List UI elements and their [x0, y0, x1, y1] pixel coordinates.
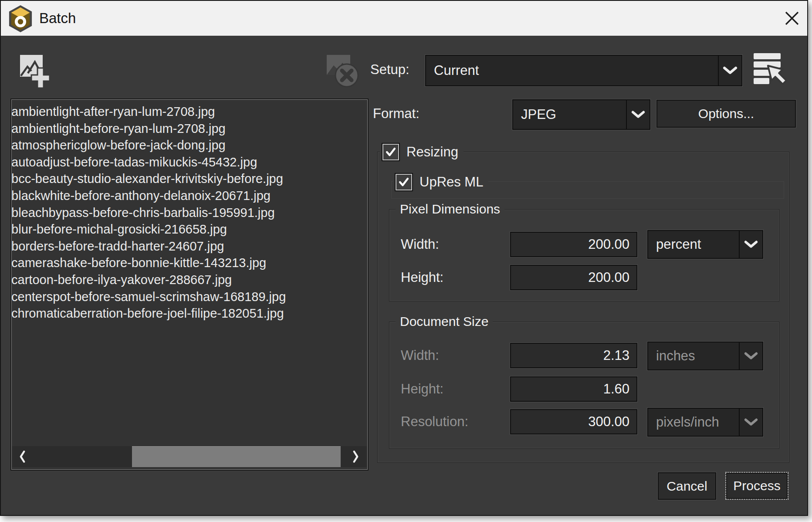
- list-item[interactable]: /autoadjust-before-tadas-mikuckis-45432.…: [11, 154, 367, 171]
- list-item[interactable]: /bcc-beauty-studio-alexander-krivitskiy-…: [11, 170, 367, 187]
- ds-resolution-label: Resolution:: [401, 409, 468, 434]
- chevron-down-icon: [739, 409, 762, 436]
- resizing-checkbox[interactable]: [382, 143, 400, 161]
- scroll-left-icon[interactable]: [15, 449, 30, 464]
- list-item[interactable]: /blackwhite-before-anthony-delanoix-2067…: [11, 187, 367, 204]
- setup-dropdown[interactable]: Current: [425, 55, 742, 86]
- ds-width-label: Width:: [401, 343, 439, 368]
- file-rows: /ambientlight-after-ryan-lum-2708.jpg/am…: [12, 103, 367, 322]
- format-dropdown[interactable]: JPEG: [512, 99, 650, 130]
- app-logo-icon: [8, 5, 33, 34]
- list-item[interactable]: /atmosphericglow-before-jack-dong.jpg: [11, 137, 367, 154]
- pd-height-label: Height:: [401, 265, 443, 290]
- chevron-down-icon: [739, 342, 762, 369]
- window-title: Batch: [39, 1, 76, 36]
- list-item[interactable]: /ambientlight-before-ryan-lum-2708.jpg: [11, 120, 367, 137]
- options-button[interactable]: Options...: [656, 100, 796, 128]
- list-item[interactable]: /blur-before-michal-grosicki-216658.jpg: [11, 221, 367, 238]
- ds-width-input[interactable]: [510, 343, 637, 368]
- list-item[interactable]: /cartoon-before-ilya-yakover-288667.jpg: [11, 271, 367, 288]
- batch-dialog: Batch Setup: Current: [0, 0, 812, 522]
- list-item[interactable]: /borders-before-tradd-harter-24607.jpg: [11, 238, 367, 255]
- document-size-title: Document Size: [396, 314, 493, 329]
- ds-resolution-input[interactable]: [510, 409, 637, 434]
- scrollbar-thumb[interactable]: [132, 446, 341, 467]
- cancel-button[interactable]: Cancel: [658, 472, 716, 500]
- pd-height-input[interactable]: [510, 265, 637, 290]
- ds-unit-dropdown: inches: [647, 342, 763, 370]
- titlebar: Batch: [1, 1, 807, 36]
- pd-unit-value: percent: [648, 231, 739, 258]
- chevron-down-icon: [739, 231, 762, 258]
- ds-unit-value: inches: [648, 342, 739, 369]
- list-item[interactable]: /ambientlight-after-ryan-lum-2708.jpg: [11, 103, 367, 120]
- pd-unit-dropdown[interactable]: percent: [647, 230, 763, 259]
- upres-ml-label: UpRes ML: [420, 173, 483, 191]
- ds-height-input[interactable]: [510, 376, 637, 402]
- resizing-label: Resizing: [406, 143, 458, 161]
- ds-resolution-unit-dropdown: pixels/inch: [647, 408, 763, 437]
- format-dropdown-value: JPEG: [513, 100, 626, 129]
- process-button[interactable]: Process: [725, 472, 788, 500]
- scroll-right-icon[interactable]: [348, 449, 363, 464]
- list-item[interactable]: /chromaticaberration-before-joel-filipe-…: [11, 305, 367, 322]
- list-item[interactable]: /bleachbypass-before-chris-barbalis-1959…: [11, 204, 367, 221]
- pd-width-label: Width:: [401, 232, 439, 257]
- ds-height-label: Height:: [401, 376, 443, 402]
- close-icon[interactable]: [782, 8, 802, 29]
- add-images-button[interactable]: [19, 53, 52, 93]
- list-item[interactable]: /centerspot-before-samuel-scrimshaw-1681…: [11, 288, 367, 305]
- chevron-down-icon: [718, 56, 741, 85]
- pd-width-input[interactable]: [510, 232, 637, 257]
- setup-label: Setup:: [370, 55, 409, 85]
- list-item[interactable]: /camerashake-before-bonnie-kittle-143213…: [11, 254, 367, 271]
- upres-checkrow: UpRes ML: [393, 173, 488, 191]
- resizing-checkrow: Resizing: [380, 143, 464, 161]
- horizontal-scrollbar[interactable]: [12, 446, 367, 467]
- format-label: Format:: [373, 99, 420, 128]
- pixel-dimensions-title: Pixel Dimensions: [396, 201, 504, 217]
- remove-images-icon: [325, 52, 362, 90]
- setup-dropdown-value: Current: [426, 56, 718, 85]
- chevron-down-icon: [626, 100, 650, 129]
- upres-ml-checkbox[interactable]: [395, 173, 413, 191]
- apply-setup-stack-button[interactable]: [753, 52, 788, 89]
- ds-resolution-unit-value: pixels/inch: [648, 409, 739, 436]
- file-list[interactable]: /ambientlight-after-ryan-lum-2708.jpg/am…: [11, 99, 368, 470]
